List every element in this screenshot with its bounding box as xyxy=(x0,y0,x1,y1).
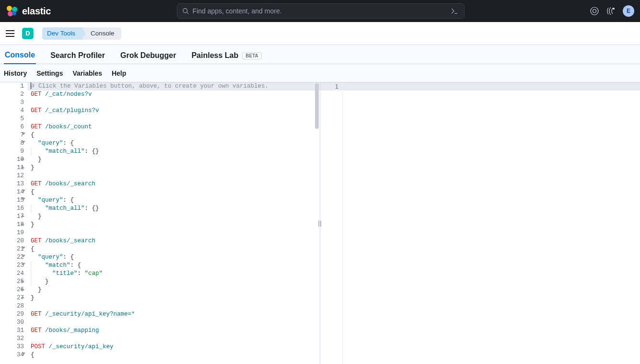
svg-line-1 xyxy=(186,12,188,14)
editor-split: 1234567891011121314151617181920212223242… xyxy=(0,82,640,364)
request-code[interactable]: # Click the Variables button, above, to … xyxy=(28,82,320,364)
tab-console[interactable]: Console xyxy=(4,47,36,64)
console-menu: History Settings Variables Help xyxy=(0,64,640,82)
tab-painless-lab[interactable]: Painless Lab BETA xyxy=(190,47,262,64)
breadcrumb-devtools[interactable]: Dev Tools xyxy=(42,27,82,40)
output-body xyxy=(342,82,640,364)
tab-search-profiler[interactable]: Search Profiler xyxy=(49,47,106,64)
pane-splitter[interactable]: || xyxy=(318,220,322,227)
line-gutter: 1234567891011121314151617181920212223242… xyxy=(0,82,28,364)
space-selector[interactable]: D xyxy=(22,28,34,39)
menu-variables[interactable]: Variables xyxy=(72,69,102,77)
svg-point-5 xyxy=(613,8,615,10)
menu-help[interactable]: Help xyxy=(112,69,126,77)
response-pane[interactable]: 1 xyxy=(320,82,640,364)
beta-badge: BETA xyxy=(242,52,261,59)
output-gutter: 1 xyxy=(320,82,342,364)
request-editor[interactable]: 1234567891011121314151617181920212223242… xyxy=(0,82,320,364)
svg-point-0 xyxy=(183,9,187,13)
devtools-tabs: Console Search Profiler Grok Debugger Pa… xyxy=(0,45,640,64)
nav-toggle-button[interactable] xyxy=(6,28,17,39)
menu-settings[interactable]: Settings xyxy=(36,69,63,77)
breadcrumb-console[interactable]: Console xyxy=(82,27,121,40)
menu-history[interactable]: History xyxy=(4,69,27,77)
search-icon xyxy=(182,8,189,14)
svg-point-4 xyxy=(593,10,596,13)
breadcrumb: Dev Tools Console xyxy=(42,27,121,40)
elastic-logo-icon xyxy=(7,6,17,16)
sub-header: D Dev Tools Console xyxy=(0,22,640,45)
svg-point-3 xyxy=(591,7,598,15)
newsfeed-icon[interactable] xyxy=(606,7,615,15)
keyboard-shortcut-icon xyxy=(450,7,459,15)
user-avatar[interactable]: E xyxy=(623,5,634,17)
global-search[interactable] xyxy=(177,3,465,19)
tab-grok-debugger[interactable]: Grok Debugger xyxy=(119,47,177,64)
scrollbar-thumb[interactable] xyxy=(315,83,319,129)
top-bar: elastic E xyxy=(0,0,640,22)
brand-text: elastic xyxy=(22,6,51,17)
search-input[interactable] xyxy=(193,7,446,15)
help-icon[interactable] xyxy=(590,7,599,15)
